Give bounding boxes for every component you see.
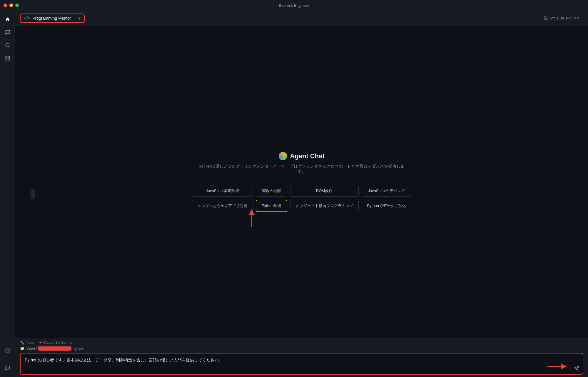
suggestion-js-debug[interactable]: JavaScriptのデバッグ <box>362 185 411 197</box>
svg-point-7 <box>545 18 546 19</box>
svg-point-6 <box>7 350 8 351</box>
agent-icon <box>279 152 287 160</box>
agent-title: Agent Chat <box>290 152 324 160</box>
main-content: › </> Programming Mentor ▾ SYSTEM_PROMPT… <box>15 11 588 377</box>
chat-input[interactable]: Pythonの初心者です。基本的な文法、データ型、制御構造を含む、言語の優しい入… <box>25 357 568 369</box>
send-arrow-annotation <box>547 363 567 370</box>
sidebar-item-feedback[interactable] <box>2 363 13 373</box>
svg-line-1 <box>9 46 9 47</box>
gear-icon <box>544 16 548 20</box>
svg-rect-4 <box>8 59 9 60</box>
bottom-bar: 🔧 Tools ✦ Claude 3.5 Sonnet 📁 /Users/ ██… <box>15 338 588 377</box>
model-label: Claude 3.5 Sonnet <box>43 341 72 345</box>
folder-path-redacted: ████████████ <box>38 346 71 351</box>
sidebar-item-settings[interactable] <box>2 345 13 356</box>
topbar: </> Programming Mentor ▾ SYSTEM_PROMPT <box>15 11 588 26</box>
input-container: Pythonの初心者です。基本的な文法、データ型、制御構造を含む、言語の優しい入… <box>20 353 583 375</box>
sidebar <box>0 11 15 377</box>
send-icon <box>574 366 579 371</box>
svg-point-0 <box>6 43 9 47</box>
model-selector[interactable]: </> Programming Mentor ▾ <box>20 14 85 23</box>
folder-path-suffix: .ignore <box>73 346 83 351</box>
topbar-right: SYSTEM_PROMPT <box>541 15 583 21</box>
sidebar-item-agents[interactable] <box>2 53 13 64</box>
chat-area: Agent Chat 初心者に優しいプログラミングメンターとして、プログラミング… <box>15 26 588 338</box>
folder-path-prefix: /Users/ <box>26 346 37 351</box>
sidebar-item-chat[interactable] <box>2 27 13 38</box>
suggestion-js-basics[interactable]: JavaScript基礎学習 <box>192 185 253 197</box>
suggestion-functions[interactable]: 関数の理解 <box>256 185 287 197</box>
agent-description: 初心者に優しいプログラミングメンターとして、プログラミングタスクのサポートと学習… <box>199 164 405 174</box>
system-prompt-label: SYSTEM_PROMPT <box>549 16 581 20</box>
sidebar-item-home[interactable] <box>2 14 13 25</box>
svg-rect-2 <box>6 56 7 58</box>
svg-rect-3 <box>8 56 9 58</box>
model-icon: ✦ <box>39 341 42 345</box>
system-prompt-button[interactable]: SYSTEM_PROMPT <box>541 15 583 21</box>
minimize-button[interactable] <box>9 4 13 7</box>
folder-path: 📁 /Users/ ████████████ .ignore <box>20 346 583 351</box>
tools-label: Tools <box>26 341 34 345</box>
send-button[interactable] <box>574 366 579 371</box>
tools-meta: 🔧 Tools <box>20 341 34 345</box>
model-selector-label: Programming Mentor <box>32 16 71 21</box>
python-arrow-annotation <box>243 209 260 228</box>
suggestions-grid: JavaScript基礎学習 関数の理解 DOM操作 JavaScriptのデバ… <box>192 185 411 212</box>
chevron-down-icon: ▾ <box>78 16 81 21</box>
traffic-lights <box>4 4 19 7</box>
suggestion-dom[interactable]: DOM操作 <box>290 185 359 197</box>
agent-chat-header: Agent Chat 初心者に優しいプログラミングメンターとして、プログラミング… <box>199 152 405 174</box>
suggestions-container: JavaScript基礎学習 関数の理解 DOM操作 JavaScriptのデバ… <box>192 183 411 212</box>
code-icon: </> <box>24 16 30 21</box>
maximize-button[interactable] <box>15 4 19 7</box>
suggestion-oop[interactable]: オブジェクト指向プログラミング <box>290 200 359 212</box>
folder-icon: 📁 <box>20 346 24 351</box>
agent-title-row: Agent Chat <box>279 152 324 160</box>
model-meta: ✦ Claude 3.5 Sonnet <box>39 341 72 345</box>
svg-rect-5 <box>6 59 7 60</box>
sidebar-item-search[interactable] <box>2 40 13 51</box>
bottom-meta: 🔧 Tools ✦ Claude 3.5 Sonnet <box>20 341 583 345</box>
suggestion-python-data[interactable]: Pythonでデータ可視化 <box>362 200 411 212</box>
close-button[interactable] <box>4 4 7 7</box>
wrench-icon: 🔧 <box>20 341 24 345</box>
collapse-sidebar-button[interactable]: › <box>31 189 35 198</box>
window-title: Bedrock Engineer <box>279 3 309 8</box>
titlebar: Bedrock Engineer <box>0 0 588 11</box>
